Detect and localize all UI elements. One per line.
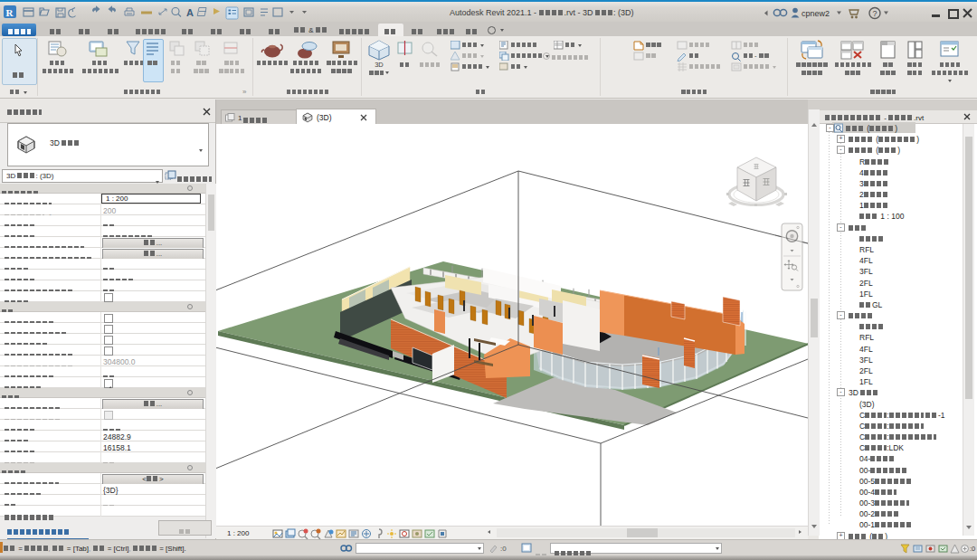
svg-text:cpnew2: cpnew2: [802, 9, 830, 18]
svg-text:?: ?: [873, 9, 877, 18]
svg-text:R: R: [6, 7, 14, 18]
svg-text:A: A: [186, 7, 194, 18]
